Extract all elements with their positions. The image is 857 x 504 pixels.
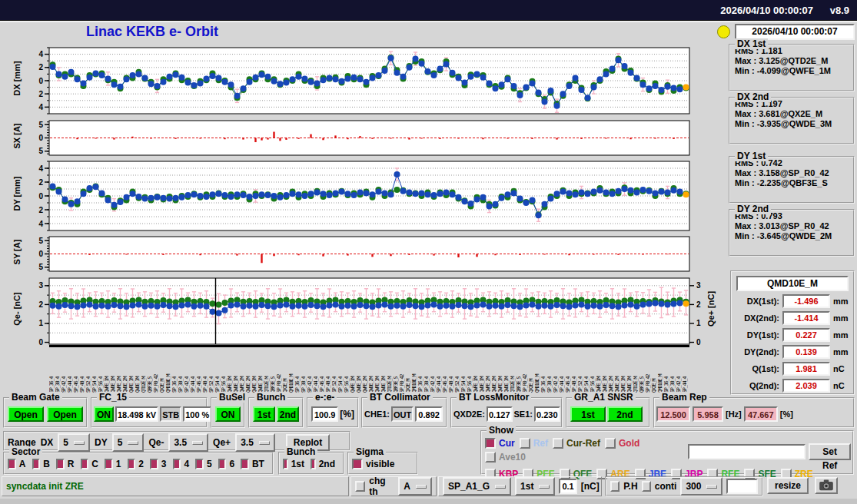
bpm-name-tick: QWDE_3M xyxy=(258,348,264,393)
beam-gate-open2-button[interactable]: Open xyxy=(47,406,83,422)
plot-dxmm[interactable]: 420-2-4 xyxy=(38,47,713,119)
gr-a1-1st-button[interactable]: 1st xyxy=(570,406,606,422)
monitor-rows: DX(1st):-1.496mmDX(2nd):-1.414mmDY(1st):… xyxy=(732,293,853,394)
bunch-1st-button[interactable]: 1st xyxy=(253,406,275,422)
conti-checkbox[interactable] xyxy=(642,481,651,492)
sector-checkbox-2[interactable] xyxy=(128,459,136,469)
sector-checkbox-1[interactable] xyxy=(105,459,113,469)
set-ref-button[interactable]: Set Ref xyxy=(809,443,851,460)
sector-label-r: R xyxy=(68,459,75,469)
resize-button[interactable]: resize xyxy=(767,477,809,494)
bpm-name-tick: QMD10E_M xyxy=(412,348,417,393)
monitor-row-value: -1.496 xyxy=(782,294,830,308)
fc15-on-button[interactable]: ON xyxy=(94,406,114,422)
titlebar-version: v8.9 xyxy=(830,5,849,16)
svg-text:2: 2 xyxy=(38,63,43,71)
sector-checkbox-3[interactable] xyxy=(150,459,158,469)
bpm-name-tick: SP_48_4 xyxy=(80,348,85,393)
beam-rep-group: Beam Rep 12.500 5.958 [Hz] 47.667 [%] xyxy=(653,397,855,428)
range-dx-select[interactable]: 5 xyxy=(58,433,90,452)
bunch-checkbox-2nd[interactable] xyxy=(311,459,316,469)
ee-ratio-unit: [%] xyxy=(340,409,354,419)
gr-a1-snsr-label: GR_A1 SNSR xyxy=(572,392,636,403)
sector-checkbox-a[interactable] xyxy=(8,459,16,469)
sector-checkbox-b[interactable] xyxy=(32,459,41,469)
beam-rep-pct-unit: [%] xyxy=(780,410,793,419)
bpm-name-tick: SP_36_4 xyxy=(49,348,55,393)
show-checkbox-gold[interactable] xyxy=(605,438,616,449)
sector-checkbox-5[interactable] xyxy=(195,459,204,469)
bpm-name-tick: QX2E_M xyxy=(652,348,657,393)
monitor-row-unit: mm xyxy=(833,297,849,306)
screenshot-button[interactable] xyxy=(815,477,838,494)
bt-lossmonitor-label: BT LossMonitor xyxy=(457,392,531,403)
sector-select[interactable]: A xyxy=(398,477,432,496)
threshold-input[interactable]: 0.1 xyxy=(559,479,576,494)
bpm-name-tick: SP_36_4 xyxy=(295,348,301,393)
che1-state[interactable]: OUT xyxy=(391,406,414,422)
plot-sya[interactable]: 50-5 xyxy=(38,236,713,277)
channel-select[interactable]: SP_A1_G xyxy=(443,477,511,496)
fc15-stb-indicator[interactable]: STB xyxy=(160,406,181,422)
bpm-name-tick: QTD2E_M xyxy=(141,348,147,393)
ph-checkbox[interactable] xyxy=(610,481,619,492)
show-checkbox-cur[interactable] xyxy=(485,438,496,449)
sigma-checkbox-visible[interactable] xyxy=(352,459,363,469)
gr-a1-2nd-button[interactable]: 2nd xyxy=(607,406,643,422)
ref-name-input[interactable] xyxy=(688,444,806,459)
show-row1: CurRefCur-RefGoldAve10 xyxy=(485,438,686,466)
show-label: Ave10 xyxy=(499,452,526,463)
sector-checkbox-bt[interactable] xyxy=(241,459,249,469)
chg-th-checkbox[interactable] xyxy=(355,481,365,492)
bunch-bottom-group: Bunch 1st2nd xyxy=(278,452,344,475)
monitor-row: DX(1st):-1.496mm xyxy=(732,293,853,310)
bpm-name-tick: SP_R0_42 xyxy=(400,348,405,393)
plot-sxa[interactable]: 50-5 xyxy=(38,120,713,161)
bpm-name-tick: SP_38_4 xyxy=(547,348,553,393)
monitor-row-label: DY(2nd): xyxy=(735,347,779,356)
count-input[interactable] xyxy=(726,479,758,494)
bpm-name-tick: SP_56_4 xyxy=(221,348,227,393)
beam-gate-open1-button[interactable]: Open xyxy=(8,406,44,422)
bunch-top-label: Bunch xyxy=(254,392,287,403)
count-select[interactable]: 300 xyxy=(680,477,722,496)
sigma-label: Sigma xyxy=(354,446,386,457)
bpm-name-tick: SP_36_4 xyxy=(541,348,546,393)
bpm-name-tick: QWFE_3M xyxy=(621,348,626,393)
range-qem-select[interactable]: 3.5 xyxy=(168,433,208,452)
sector-label-6: 6 xyxy=(229,459,234,469)
sector-group: Sector ABRC123456BT xyxy=(3,452,274,475)
bpm-name-tick: SP_38_4 xyxy=(178,348,184,393)
bpm-name-tick: SP_54_4 xyxy=(215,348,221,393)
content-top-edge xyxy=(0,21,857,22)
y-axis-title: DX [mm] xyxy=(12,48,22,109)
bunch-2nd-button[interactable]: 2nd xyxy=(277,406,299,422)
bpm-name-tick: QBF3E_S xyxy=(639,348,645,393)
monitor-name[interactable]: QMD10E_M xyxy=(736,276,849,291)
sector-checkbox-c[interactable] xyxy=(81,459,89,469)
range-dy-select[interactable]: 5 xyxy=(112,433,144,452)
range-qep-select[interactable]: 3.5 xyxy=(235,433,275,452)
status-lamp-icon xyxy=(717,25,730,38)
show-checkbox-cur-ref[interactable] xyxy=(553,438,563,449)
bpm-name-tick: QWFE_1M xyxy=(105,348,110,393)
beam-rep-label: Beam Rep xyxy=(659,392,709,403)
sector-checkbox-r[interactable] xyxy=(56,459,65,469)
plot-qenc[interactable]: 32103210 xyxy=(38,277,713,350)
show-checkbox-ave10[interactable] xyxy=(485,452,496,463)
bpm-name-tick: QWFE_2M xyxy=(609,348,614,393)
sector-checkbox-6[interactable] xyxy=(218,459,227,469)
show-checkbox-ref[interactable] xyxy=(520,438,530,449)
fc15-kv-value: 18.498 kV xyxy=(115,406,158,422)
svg-text:5: 5 xyxy=(38,121,43,129)
bpm-name-tick: SP_R0_42 xyxy=(277,348,282,393)
svg-text:0: 0 xyxy=(38,250,43,258)
svg-text:0: 0 xyxy=(38,192,43,201)
bunch-select[interactable]: 1st xyxy=(515,477,555,496)
plot-dymm[interactable]: 420-2-4 xyxy=(38,161,713,236)
sector-checkbox-4[interactable] xyxy=(173,459,181,469)
busel-on-button[interactable]: ON xyxy=(215,406,241,422)
bunch-checkbox-1st[interactable] xyxy=(283,459,288,469)
monitor-row: DY(2nd):0.139mm xyxy=(732,343,853,360)
bpm-name-tick: QWDE_3M xyxy=(627,348,633,393)
